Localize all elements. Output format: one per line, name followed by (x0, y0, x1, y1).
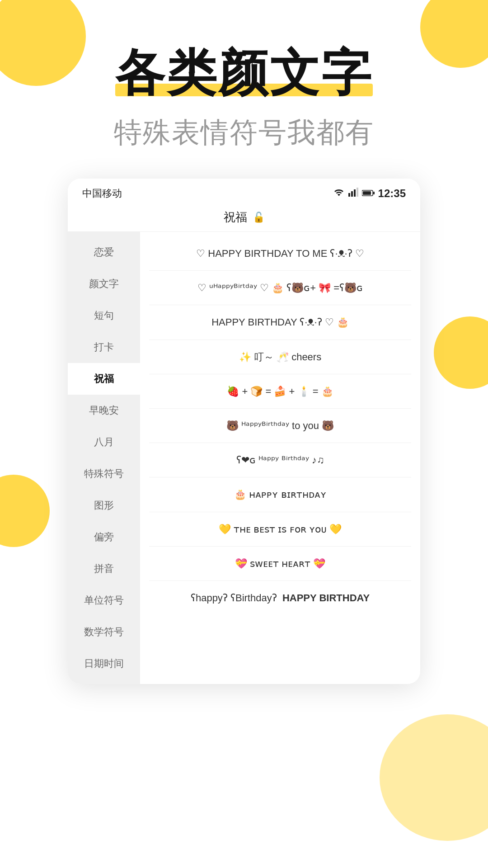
sidebar-item-unit[interactable]: 单位符号 (68, 585, 140, 616)
sidebar-item-blessing[interactable]: 祝福 (68, 363, 140, 395)
sidebar-item-shape[interactable]: 图形 (68, 490, 140, 521)
list-item[interactable]: 🐻 ᴴᵃᵖᵖʸᴮⁱʳᵗʰᵈᵃʸ to you 🐻 (149, 409, 411, 443)
sidebar-item-kaomoji[interactable]: 颜文字 (68, 268, 140, 300)
sidebar-item-august[interactable]: 八月 (68, 426, 140, 458)
sidebar: 恋爱 颜文字 短句 打卡 祝福 早晚安 八月 特殊符号 图形 偏旁 拼音 单位符… (68, 232, 140, 684)
status-bar: 中国移动 (68, 179, 420, 205)
wifi-icon (333, 188, 345, 199)
list-item[interactable]: 💛 ᴛʜᴇ ʙᴇꜱᴛ ɪꜱ ꜰᴏʀ ʏᴏᴜ 💛 (149, 512, 411, 547)
decorative-circle-left-mid (0, 475, 50, 547)
list-item[interactable]: ✨ 叮～ 🥂 cheers (149, 340, 411, 374)
list-item[interactable]: ♡ HAPPY BIRTHDAY TO ME ʕ·ᴥ·ʔ ♡ (149, 236, 411, 271)
sidebar-item-romance[interactable]: 恋爱 (68, 236, 140, 268)
phone-mockup: 中国移动 (68, 179, 420, 684)
sub-title: 特殊表情符号我都有 (0, 113, 488, 151)
list-item[interactable]: ʕ❤ɢ ᴴᵃᵖᵖʸ ᴮⁱʳᵗʰᵈᵃʸ ♪♫ (149, 443, 411, 477)
svg-rect-3 (357, 188, 358, 197)
sidebar-item-special[interactable]: 特殊符号 (68, 458, 140, 490)
nav-lock-icon: 🔓 (253, 212, 265, 223)
main-title: 各类颜文字 (115, 45, 373, 100)
svg-rect-2 (354, 189, 356, 197)
sidebar-item-datetime[interactable]: 日期时间 (68, 648, 140, 679)
carrier-label: 中国移动 (82, 187, 122, 200)
svg-rect-1 (351, 191, 353, 197)
header-area: 各类颜文字 特殊表情符号我都有 (0, 0, 488, 151)
battery-icon (362, 188, 375, 199)
main-content: 恋爱 颜文字 短句 打卡 祝福 早晚安 八月 特殊符号 图形 偏旁 拼音 单位符… (68, 232, 420, 684)
svg-rect-5 (363, 191, 371, 195)
sidebar-item-morning[interactable]: 早晚安 (68, 395, 140, 426)
signal-icon (348, 188, 358, 199)
list-item[interactable]: 🎂 ʜᴀᴘᴘʏ ʙɪʀᴛʜᴅᴀʏ (149, 477, 411, 512)
sidebar-item-pinyin[interactable]: 拼音 (68, 553, 140, 585)
list-item-bottom[interactable]: ʕhappyʔ ʕBirthdayʔ HAPPY BIRTHDAY (149, 581, 411, 615)
decorative-circle-mid-right (434, 316, 488, 389)
time-label: 12:35 (378, 187, 406, 200)
sidebar-item-radical[interactable]: 偏旁 (68, 521, 140, 553)
nav-title: 祝福 (224, 209, 247, 225)
content-list: ♡ HAPPY BIRTHDAY TO ME ʕ·ᴥ·ʔ ♡ ♡ ᵘᴴᵃᵖᵖʸᴮ… (140, 232, 420, 684)
list-item[interactable]: ♡ ᵘᴴᵃᵖᵖʸᴮⁱʳᵗᵈᵃʸ ♡ 🎂 ʕ🐻ɢ+ 🎀 =ʕ🐻ɢ (149, 271, 411, 305)
list-item[interactable]: HAPPY BIRTHDAY ʕ·ᴥ·ʔ ♡ 🎂 (149, 305, 411, 340)
sidebar-item-checkin[interactable]: 打卡 (68, 331, 140, 363)
sidebar-item-math[interactable]: 数学符号 (68, 616, 140, 648)
list-item[interactable]: 💝 ꜱᴡᴇᴇᴛ ʜᴇᴀʀᴛ 💝 (149, 547, 411, 581)
decorative-circle-bottom-right (380, 714, 488, 841)
sidebar-item-phrase[interactable]: 短句 (68, 300, 140, 331)
bottom-text: ʕhappyʔ ʕBirthdayʔ HAPPY BIRTHDAY (191, 592, 370, 604)
list-item[interactable]: 🍓 + 🍞 = 🍰 + 🕯️ = 🎂 (149, 374, 411, 409)
nav-bar: 祝福 🔓 (68, 205, 420, 232)
status-right: 12:35 (333, 187, 406, 200)
svg-rect-6 (373, 192, 375, 194)
svg-rect-0 (348, 193, 350, 197)
